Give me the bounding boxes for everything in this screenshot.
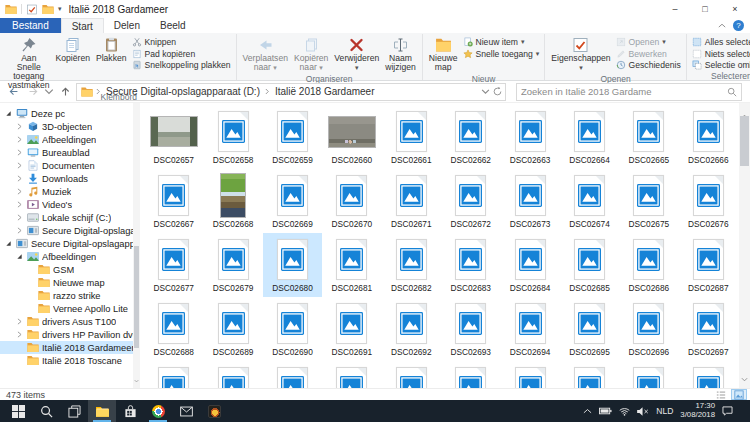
sidebar-scrollbar-thumb[interactable] [134,246,139,349]
help-icon[interactable]: ? [733,20,744,31]
file-dsc02694[interactable]: DSC02694 [500,297,559,361]
scrollbar-thumb[interactable] [740,116,749,166]
file-dsc02668[interactable]: DSC02668 [203,169,262,233]
file-dsc02664[interactable]: DSC02664 [560,105,619,169]
sidebar-item-razzo-strike[interactable]: razzo strike [0,289,133,302]
nieuwe-map-button[interactable]: Nieuwe map [426,34,461,74]
forward-button[interactable] [24,83,42,101]
file-dsc02676[interactable]: DSC02676 [679,169,738,233]
file-dsc02666[interactable]: DSC02666 [679,105,738,169]
expander-open-icon[interactable] [15,253,24,260]
file-dsc02667[interactable]: DSC02667 [144,169,203,233]
file-list-scrollbar[interactable] [739,103,750,388]
file-item-partial[interactable] [441,361,500,388]
minimize-button[interactable]: – [660,0,690,18]
taskbar-mail-button[interactable] [172,400,200,422]
file-dsc02670[interactable]: DSC02670 [322,169,381,233]
file-dsc02675[interactable]: DSC02675 [619,169,678,233]
kopi-ren-naar-button[interactable]: Kopiëren naar ▾ [291,34,331,74]
nieuw-item-button[interactable]: Nieuw item▾ [463,37,540,48]
file-item-partial[interactable] [263,361,322,388]
taskbar-start-button[interactable] [4,400,32,422]
file-dsc02696[interactable]: DSC02696 [619,297,678,361]
breadcrumb-chevron-icon[interactable] [96,88,101,95]
refresh-icon[interactable] [493,87,502,96]
tab-bestand[interactable]: Bestand [0,18,61,33]
pad-kopi-ren-button[interactable]: Pad kopiëren [132,49,231,60]
plakken-button[interactable]: Plakken [93,34,130,65]
sidebar-item-itali-2018-toscane[interactable]: Italië 2018 Toscane [0,354,133,367]
file-dsc02682[interactable]: DSC02682 [382,233,441,297]
expander-open-icon[interactable] [4,110,13,117]
breadcrumb-chevron-icon[interactable] [265,88,270,95]
file-dsc02683[interactable]: DSC02683 [441,233,500,297]
file-dsc02674[interactable]: DSC02674 [560,169,619,233]
expander-closed-icon[interactable] [15,188,24,195]
expander-closed-icon[interactable] [15,214,24,221]
back-button[interactable] [4,83,22,101]
expander-closed-icon[interactable] [15,162,24,169]
tab-beeld[interactable]: Beeld [150,18,196,33]
knippen-button[interactable]: Knippen [132,37,231,48]
sidebar-item-lokale-schijf-c[interactable]: Lokale schijf (C:) [0,211,133,224]
taskbar-search-button[interactable] [32,400,60,422]
sidebar-item-documenten[interactable]: Documenten [0,159,133,172]
sidebar-item-bureaublad[interactable]: Bureaublad [0,146,133,159]
sidebar-item-video-s[interactable]: Video's [0,198,133,211]
snelkoppeling-plakken-button[interactable]: Snelkoppeling plakken [132,60,231,71]
taskbar-task-view-button[interactable] [60,400,88,422]
file-dsc02657[interactable]: DSC02657 [144,105,203,169]
file-dsc02690[interactable]: DSC02690 [263,297,322,361]
snelle-toegang-button[interactable]: Snelle toegang▾ [463,49,540,60]
file-dsc02680[interactable]: DSC02680 [263,233,322,297]
file-dsc02673[interactable]: DSC02673 [500,169,559,233]
taskbar-store-button[interactable] [116,400,144,422]
file-item-partial[interactable] [679,361,738,388]
file-dsc02687[interactable]: DSC02687 [679,233,738,297]
verwijderen-button[interactable]: Verwijderen ▾ [331,34,382,74]
file-dsc02672[interactable]: DSC02672 [441,169,500,233]
file-item-partial[interactable] [203,361,262,388]
file-dsc02684[interactable]: DSC02684 [500,233,559,297]
kopi-ren-button[interactable]: Kopiëren [53,34,93,65]
sidebar-item-secure-digital-opslagapparaat-d[interactable]: Secure Digital-opslagapparaat (D:) [0,224,133,237]
sidebar-item-deze-pc[interactable]: Deze pc [0,107,133,120]
sidebar-scrollbar[interactable] [133,103,140,388]
file-item-partial[interactable] [619,361,678,388]
sidebar-item-downloads[interactable]: Downloads [0,172,133,185]
sidebar-item-afbeeldingen[interactable]: Afbeeldingen [0,250,133,263]
taskbar-chrome-button[interactable] [144,400,172,422]
taskbar-file-explorer-button[interactable] [88,400,116,422]
tab-start[interactable]: Start [61,18,104,33]
file-dsc02679[interactable]: DSC02679 [203,233,262,297]
search-icon[interactable] [727,87,737,97]
eigenschappen-button[interactable]: Eigenschappen ▾ [548,34,613,74]
ribbon-collapse-icon[interactable] [718,23,726,28]
file-item-partial[interactable] [500,361,559,388]
address-dropdown-icon[interactable] [481,87,490,96]
geschiedenis-button[interactable]: Geschiedenis [616,60,681,71]
language-indicator[interactable]: NLD [656,406,673,416]
expander-closed-icon[interactable] [15,123,24,130]
action-center-icon[interactable] [722,406,733,416]
expander-closed-icon[interactable] [15,201,24,208]
file-dsc02697[interactable]: DSC02697 [679,297,738,361]
sidebar-item-nieuwe-map[interactable]: Nieuwe map [0,276,133,289]
sidebar-item-itali-2018-gardameer[interactable]: Italië 2018 Gardameer [0,341,133,354]
details-view-button[interactable] [713,389,729,400]
tab-delen[interactable]: Delen [104,18,150,33]
scroll-down-icon[interactable] [739,368,750,386]
sidebar-item-3d-objecten[interactable]: 3D-objecten [0,120,133,133]
expander-closed-icon[interactable] [15,318,24,325]
file-dsc02692[interactable]: DSC02692 [382,297,441,361]
file-dsc02681[interactable]: DSC02681 [322,233,381,297]
expander-closed-icon[interactable] [15,149,24,156]
clock[interactable]: 17:30 3/08/2018 [680,402,715,420]
file-dsc02688[interactable]: DSC02688 [144,297,203,361]
alles-selecteren-button[interactable]: Alles selecteren [692,37,750,48]
up-button[interactable] [56,83,74,101]
file-dsc02671[interactable]: DSC02671 [382,169,441,233]
breadcrumb-folder[interactable]: Italië 2018 Gardameer [273,86,377,97]
sidebar-item-secure-digital-opslagapparaat-d[interactable]: Secure Digital-opslagapparaat (D:) [0,237,133,250]
taskbar-photos-app-button[interactable] [200,400,228,422]
